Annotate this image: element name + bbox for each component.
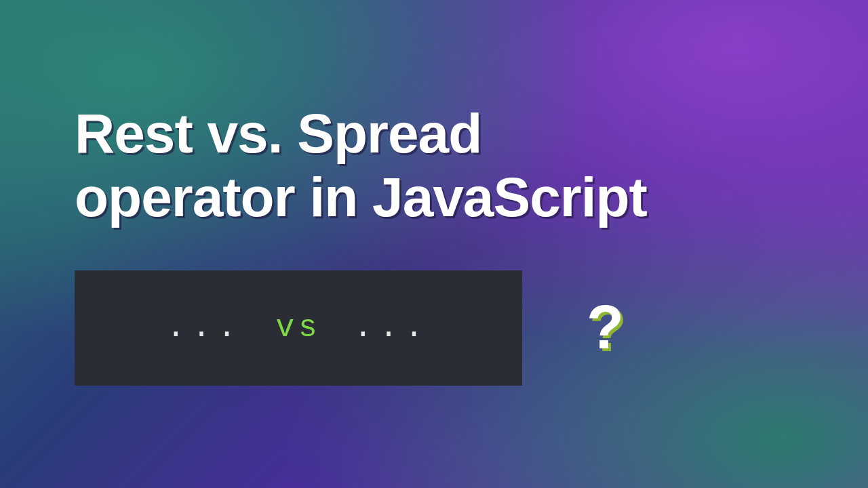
title-line-2: operator in JavaScript <box>75 166 647 228</box>
question-mark: ? <box>587 293 624 363</box>
left-dots: ... <box>167 310 243 346</box>
vs-text: vs <box>275 310 321 346</box>
code-comparison-row: ... vs ... ? <box>75 270 868 386</box>
title-line-1: Rest vs. Spread <box>75 102 481 164</box>
slide-title: Rest vs. Spread operator in JavaScript <box>75 102 868 230</box>
right-dots: ... <box>354 310 431 346</box>
code-box: ... vs ... <box>75 270 522 386</box>
